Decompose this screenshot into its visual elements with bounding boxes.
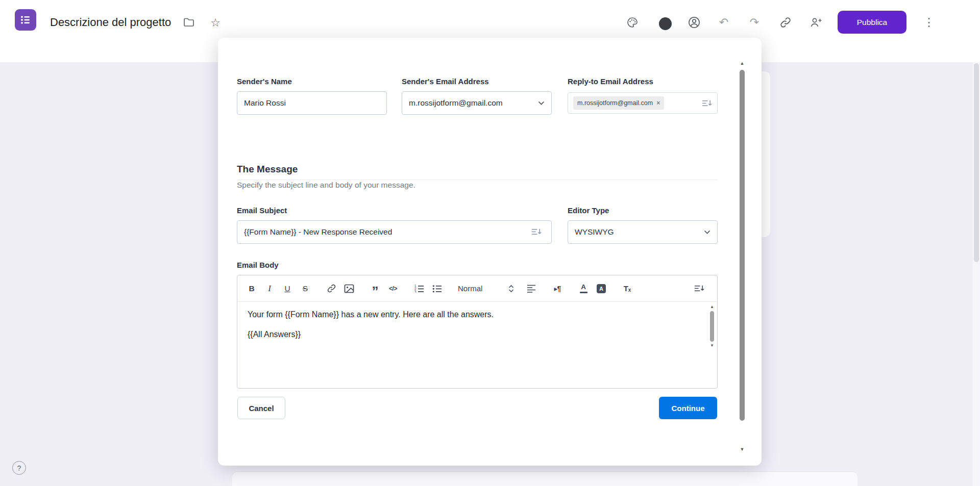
bold-button[interactable]: B: [244, 281, 259, 296]
body-fields-picker-icon[interactable]: [692, 281, 706, 296]
scroll-up-icon[interactable]: ▲: [740, 61, 745, 66]
page-scrollbar-thumb[interactable]: [974, 63, 979, 262]
email-subject-input[interactable]: [237, 220, 552, 244]
chevron-down-icon: [538, 101, 545, 105]
blockquote-button[interactable]: ”: [368, 281, 382, 296]
reply-to-label: Reply-to Email Address: [568, 77, 653, 86]
email-subject-label: Email Subject: [237, 206, 287, 215]
continue-button[interactable]: Continue: [659, 397, 717, 419]
more-options-icon[interactable]: ⋮: [922, 15, 936, 30]
sender-email-value: m.rossijotform@gmail.com: [409, 98, 538, 108]
strikethrough-button[interactable]: S: [298, 281, 312, 296]
body-paragraph: {{All Answers}}: [248, 330, 707, 339]
sender-email-select[interactable]: m.rossijotform@gmail.com: [402, 91, 552, 115]
highlight-color-button[interactable]: A: [594, 281, 608, 296]
link-icon[interactable]: [778, 15, 793, 30]
add-collaborator-icon[interactable]: [809, 15, 823, 30]
reply-to-chip-text: m.rossijotform@gmail.com: [577, 99, 653, 107]
sender-email-label: Sender's Email Address: [402, 77, 489, 86]
notification-settings-dialog: Sender's Name Sender's Email Address m.r…: [218, 38, 762, 466]
email-body-editable-area[interactable]: Your form {{Form Name}} has a new entry.…: [237, 302, 717, 388]
form-card-bottom-edge: [232, 472, 857, 486]
editor-scrollbar[interactable]: ▲ ▼: [708, 305, 716, 357]
clear-formatting-t: T: [624, 284, 628, 293]
highlight-letter: A: [597, 284, 606, 293]
star-icon[interactable]: ☆: [208, 16, 223, 30]
account-icon[interactable]: [687, 15, 701, 30]
chevron-down-icon: [704, 230, 710, 234]
sender-name-input[interactable]: [237, 91, 387, 115]
forms-logo[interactable]: [15, 9, 36, 31]
avatar-disc: [659, 17, 672, 30]
message-section-title: The Message: [237, 164, 298, 175]
subject-fields-picker-icon[interactable]: [531, 228, 542, 236]
palette-icon[interactable]: [625, 15, 640, 30]
paragraph-format-value: Normal: [458, 284, 482, 293]
message-section-subtitle: Specify the subject line and body of you…: [237, 181, 415, 190]
text-direction-button[interactable]: ▸¶: [550, 281, 565, 296]
app-root: Descrizione del progetto ☆ ↶ ↷: [0, 0, 980, 486]
text-color-letter: A: [581, 284, 586, 291]
scroll-down-icon[interactable]: ▼: [740, 447, 745, 452]
forms-logo-icon: [19, 14, 32, 26]
reply-to-fields-picker-icon[interactable]: [702, 99, 712, 107]
italic-button[interactable]: I: [262, 281, 277, 296]
text-color-bar: [580, 292, 587, 294]
move-to-folder-icon[interactable]: [182, 15, 196, 30]
editor-toolbar: B I U S ” </>: [237, 275, 717, 302]
editor-scrollbar-thumb[interactable]: [710, 311, 714, 342]
body-paragraph: Your form {{Form Name}} has a new entry.…: [248, 310, 707, 319]
text-align-button[interactable]: [524, 281, 538, 296]
section-divider: [237, 180, 718, 180]
clear-formatting-x: x: [628, 287, 631, 293]
editor-type-label: Editor Type: [568, 206, 609, 215]
cancel-button[interactable]: Cancel: [237, 397, 285, 419]
email-body-label: Email Body: [237, 261, 279, 269]
clear-formatting-button[interactable]: T x: [620, 281, 634, 296]
code-block-button[interactable]: </>: [386, 281, 400, 296]
editor-type-select[interactable]: WYSIWYG: [568, 220, 718, 244]
publish-button[interactable]: Pubblica: [838, 11, 906, 34]
insert-link-button[interactable]: [324, 281, 338, 296]
sender-name-label: Sender's Name: [237, 77, 292, 86]
insert-image-button[interactable]: [342, 281, 356, 296]
bullet-list-button[interactable]: [430, 281, 444, 296]
help-icon[interactable]: ?: [12, 461, 26, 475]
paragraph-format-select[interactable]: Normal: [456, 281, 516, 296]
page-scrollbar[interactable]: [973, 62, 980, 486]
reply-to-chip: m.rossijotform@gmail.com ×: [573, 96, 664, 110]
scroll-down-icon[interactable]: ▼: [710, 344, 714, 348]
undo-icon[interactable]: ↶: [717, 15, 731, 30]
reply-to-field[interactable]: m.rossijotform@gmail.com ×: [568, 92, 718, 114]
text-color-button[interactable]: A: [576, 281, 591, 296]
document-title[interactable]: Descrizione del progetto: [50, 0, 171, 45]
rich-text-editor: B I U S ” </>: [237, 275, 718, 389]
chip-remove-icon[interactable]: ×: [656, 100, 660, 106]
dialog-scrollbar[interactable]: ▲ ▼: [739, 61, 746, 452]
up-down-chevrons-icon: [508, 285, 514, 293]
dialog-scrollbar-thumb[interactable]: [740, 70, 745, 421]
avatar[interactable]: [658, 16, 672, 31]
ordered-list-button[interactable]: 123: [412, 281, 426, 296]
underline-button[interactable]: U: [280, 281, 295, 296]
editor-type-value: WYSIWYG: [575, 227, 704, 237]
scroll-up-icon[interactable]: ▲: [710, 305, 714, 309]
redo-icon[interactable]: ↷: [747, 15, 762, 30]
svg-text:3: 3: [414, 290, 416, 293]
